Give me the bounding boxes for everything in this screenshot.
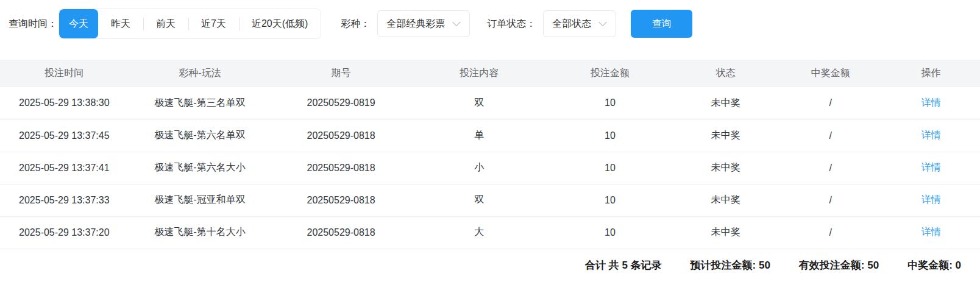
- cell-bet-amount: 10: [548, 87, 672, 119]
- header-status: 状态: [672, 60, 779, 87]
- summary-bar: 合计 共 5 条记录 预计投注金额: 50 有效投注金额: 50 中奖金额: 0: [0, 249, 980, 282]
- cell-bet-content: 大: [411, 216, 548, 249]
- cell-bet-amount: 10: [548, 119, 672, 152]
- cell-period: 20250529-0818: [271, 184, 410, 216]
- table-row: 2025-05-29 13:37:33 极速飞艇-冠亚和单双 20250529-…: [0, 184, 980, 216]
- table-header-row: 投注时间 彩种-玩法 期号 投注内容 投注金额 状态 中奖金额 操作: [0, 60, 980, 87]
- detail-link[interactable]: 详情: [921, 97, 941, 108]
- cell-game-play: 极速飞艇-第六名单双: [129, 119, 272, 152]
- header-bet-amount: 投注金额: [548, 60, 672, 87]
- cell-status: 未中奖: [672, 119, 779, 152]
- cell-period: 20250529-0819: [271, 87, 410, 119]
- cell-bet-time: 2025-05-29 13:37:45: [0, 119, 129, 152]
- filter-bar: 查询时间： 今天 昨天 前天 近7天 近20天(低频) 彩种： 全部经典彩票 订…: [9, 9, 971, 39]
- summary-total-records: 合计 共 5 条记录: [585, 258, 662, 272]
- date-tab-last-7-days[interactable]: 近7天: [188, 9, 239, 38]
- lottery-type-value: 全部经典彩票: [386, 18, 445, 30]
- detail-link[interactable]: 详情: [921, 194, 941, 205]
- summary-expected-amount: 预计投注金额: 50: [691, 258, 770, 272]
- header-actions: 操作: [882, 60, 980, 87]
- cell-bet-content: 双: [411, 87, 548, 119]
- header-prize-amount: 中奖金额: [779, 60, 882, 87]
- order-status-value: 全部状态: [552, 18, 591, 30]
- summary-prize-amount: 中奖金额: 0: [907, 258, 961, 272]
- order-status-select[interactable]: 全部状态: [543, 10, 616, 37]
- cell-bet-amount: 10: [548, 216, 672, 249]
- cell-bet-content: 单: [411, 119, 548, 152]
- cell-bet-time: 2025-05-29 13:37:41: [0, 152, 129, 184]
- cell-status: 未中奖: [672, 216, 779, 249]
- cell-status: 未中奖: [672, 152, 779, 184]
- table-row: 2025-05-29 13:37:20 极速飞艇-第十名大小 20250529-…: [0, 216, 980, 249]
- cell-bet-time: 2025-05-29 13:37:33: [0, 184, 129, 216]
- detail-link[interactable]: 详情: [921, 227, 941, 237]
- cell-prize-amount: /: [779, 216, 882, 249]
- lottery-type-select[interactable]: 全部经典彩票: [377, 10, 470, 37]
- date-tab-last-20-days[interactable]: 近20天(低频): [239, 9, 321, 38]
- date-range-button-group: 今天 昨天 前天 近7天 近20天(低频): [59, 9, 321, 39]
- cell-bet-time: 2025-05-29 13:37:20: [0, 216, 129, 249]
- cell-game-play: 极速飞艇-冠亚和单双: [129, 184, 272, 216]
- cell-prize-amount: /: [779, 184, 882, 216]
- cell-bet-content: 小: [411, 152, 548, 184]
- table-row: 2025-05-29 13:38:30 极速飞艇-第三名单双 20250529-…: [0, 87, 980, 119]
- detail-link[interactable]: 详情: [921, 130, 941, 140]
- header-period: 期号: [271, 60, 410, 87]
- cell-bet-amount: 10: [548, 152, 672, 184]
- cell-prize-amount: /: [779, 87, 882, 119]
- cell-bet-content: 双: [411, 184, 548, 216]
- cell-bet-time: 2025-05-29 13:38:30: [0, 87, 129, 119]
- date-tab-yesterday[interactable]: 昨天: [98, 9, 143, 38]
- table-row: 2025-05-29 13:37:45 极速飞艇-第六名单双 20250529-…: [0, 119, 980, 152]
- cell-bet-amount: 10: [548, 184, 672, 216]
- cell-game-play: 极速飞艇-第三名单双: [129, 87, 272, 119]
- chevron-down-icon: [452, 21, 461, 27]
- date-tab-today[interactable]: 今天: [59, 9, 98, 38]
- cell-prize-amount: /: [779, 152, 882, 184]
- header-game-play: 彩种-玩法: [129, 60, 272, 87]
- cell-status: 未中奖: [672, 184, 779, 216]
- cell-period: 20250529-0818: [271, 152, 410, 184]
- cell-period: 20250529-0818: [271, 119, 410, 152]
- date-tab-day-before[interactable]: 前天: [143, 9, 188, 38]
- date-filter-label: 查询时间：: [9, 18, 57, 30]
- cell-status: 未中奖: [672, 87, 779, 119]
- query-button[interactable]: 查询: [631, 10, 692, 38]
- cell-prize-amount: /: [779, 119, 882, 152]
- cell-period: 20250529-0818: [271, 216, 410, 249]
- lottery-type-label: 彩种：: [341, 18, 370, 30]
- cell-game-play: 极速飞艇-第十名大小: [129, 216, 272, 249]
- detail-link[interactable]: 详情: [921, 162, 941, 172]
- header-bet-time: 投注时间: [0, 60, 129, 87]
- cell-game-play: 极速飞艇-第六名大小: [129, 152, 272, 184]
- summary-valid-amount: 有效投注金额: 50: [799, 258, 879, 272]
- orders-table: 投注时间 彩种-玩法 期号 投注内容 投注金额 状态 中奖金额 操作 2025-…: [0, 60, 980, 249]
- order-status-label: 订单状态：: [487, 18, 536, 30]
- chevron-down-icon: [598, 21, 607, 27]
- header-bet-content: 投注内容: [411, 60, 548, 87]
- table-row: 2025-05-29 13:37:41 极速飞艇-第六名大小 20250529-…: [0, 152, 980, 184]
